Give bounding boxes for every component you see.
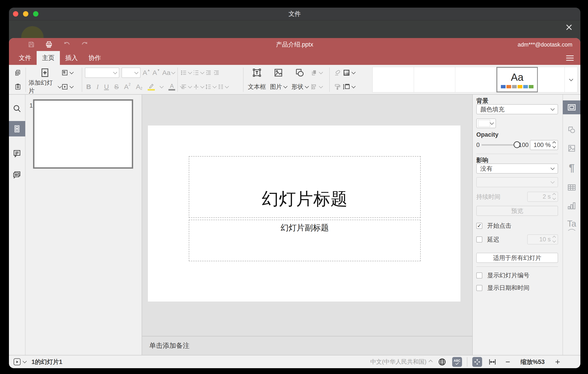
superscript-button[interactable]: A2: [124, 83, 130, 90]
line-spacing-button[interactable]: [205, 83, 212, 90]
slides-panel-button[interactable]: [9, 121, 25, 136]
theme-option-5[interactable]: [538, 67, 565, 92]
table-settings-button[interactable]: [567, 183, 576, 192]
maximize-window-button[interactable]: [33, 11, 38, 17]
color-scheme-button[interactable]: [343, 69, 350, 77]
spellcheck-button[interactable]: ABC: [452, 357, 462, 367]
add-slide-button[interactable]: [40, 67, 50, 78]
font-color-button[interactable]: A: [168, 83, 175, 91]
decrease-font-button[interactable]: A▼: [152, 69, 160, 76]
font-size-select[interactable]: [122, 67, 140, 78]
spin-up-icon[interactable]: [553, 141, 556, 145]
spin-down-icon[interactable]: [553, 144, 556, 148]
tab-insert[interactable]: 插入: [60, 51, 83, 65]
underline-button[interactable]: U: [104, 83, 109, 90]
fit-width-button[interactable]: [488, 358, 496, 366]
paragraph-settings-button[interactable]: ¶: [569, 162, 575, 174]
decrease-indent-button[interactable]: [205, 69, 212, 76]
search-button[interactable]: [12, 104, 21, 113]
chevron-down-icon[interactable]: [283, 84, 287, 88]
bold-button[interactable]: B: [86, 83, 91, 90]
notes-area[interactable]: 单击添加备注: [142, 336, 472, 355]
align-shape-button[interactable]: [311, 83, 318, 90]
comments-button[interactable]: [12, 149, 21, 158]
close-editor-button[interactable]: [564, 22, 574, 33]
theme-option-1[interactable]: [372, 67, 414, 92]
apply-to-all-button[interactable]: 适用于所有幻灯片: [476, 253, 558, 263]
strikethrough-button[interactable]: S: [114, 83, 119, 90]
chevron-down-icon[interactable]: [305, 84, 309, 88]
chevron-down-icon[interactable]: [70, 70, 74, 74]
language-selector[interactable]: 中文(中华人民共和国): [370, 358, 432, 366]
opacity-input[interactable]: 100 %: [530, 140, 558, 150]
show-date-checkbox[interactable]: [476, 285, 482, 291]
select-tool-button[interactable]: [334, 69, 341, 76]
vertical-align-button[interactable]: [193, 83, 200, 90]
chevron-down-icon[interactable]: [351, 70, 356, 74]
copy-button[interactable]: [14, 69, 21, 76]
chart-settings-button[interactable]: [567, 201, 576, 210]
image-settings-button[interactable]: [567, 144, 576, 153]
insert-shape-button[interactable]: [295, 67, 305, 78]
start-slideshow-button[interactable]: [61, 83, 68, 90]
font-name-select[interactable]: [85, 67, 119, 78]
start-on-click-checkbox[interactable]: ✓: [476, 223, 482, 229]
menu-button[interactable]: [566, 54, 574, 62]
slide-page[interactable]: 幻灯片标题 幻灯片副标题: [148, 125, 461, 302]
theme-gallery-expand-button[interactable]: [565, 67, 578, 92]
copy-style-button[interactable]: [334, 83, 341, 90]
close-window-button[interactable]: [13, 11, 18, 17]
italic-button[interactable]: I: [96, 83, 99, 90]
slide-size-button[interactable]: [343, 83, 350, 91]
chevron-down-icon[interactable]: [160, 84, 164, 88]
shape-settings-button[interactable]: [567, 125, 576, 134]
insert-image-button[interactable]: [273, 67, 284, 78]
start-slideshow-status-button[interactable]: [14, 358, 21, 365]
numbered-list-button[interactable]: [193, 69, 200, 76]
paste-button[interactable]: [14, 83, 21, 90]
chevron-down-icon[interactable]: [351, 84, 356, 88]
tab-file[interactable]: 文件: [13, 51, 37, 65]
chevron-down-icon[interactable]: [319, 84, 323, 88]
columns-button[interactable]: [217, 83, 224, 90]
tab-collaboration[interactable]: 协作: [83, 51, 106, 65]
slideshow-mode-dropdown[interactable]: [23, 360, 26, 363]
change-case-button[interactable]: Aa: [162, 69, 175, 76]
effect-option-select[interactable]: [476, 177, 558, 187]
textart-settings-button[interactable]: Ta: [567, 219, 576, 231]
chevron-down-icon[interactable]: [70, 84, 74, 88]
theme-option-3[interactable]: [455, 67, 497, 92]
minimize-window-button[interactable]: [23, 11, 28, 17]
bullet-list-button[interactable]: [180, 69, 187, 76]
zoom-out-button[interactable]: [505, 359, 511, 365]
fill-type-select[interactable]: 颜色填充: [476, 104, 558, 114]
insert-textbox-button[interactable]: [252, 67, 262, 78]
delay-input[interactable]: 10 s: [527, 234, 558, 244]
chevron-down-icon[interactable]: [319, 70, 323, 74]
increase-indent-button[interactable]: [213, 69, 220, 76]
fit-slide-button[interactable]: [472, 357, 482, 367]
subtitle-placeholder[interactable]: 幻灯片副标题: [189, 220, 421, 261]
slide-thumbnail-1[interactable]: [33, 99, 133, 169]
feedback-button[interactable]: [12, 170, 21, 179]
duration-input[interactable]: 2 s: [527, 192, 558, 202]
arrange-shape-button[interactable]: [311, 69, 318, 76]
increase-font-button[interactable]: A▲: [143, 69, 150, 76]
document-language-button[interactable]: [438, 358, 446, 366]
delay-checkbox[interactable]: [476, 236, 482, 242]
highlight-color-button[interactable]: [148, 83, 155, 91]
show-slide-number-checkbox[interactable]: [476, 273, 482, 278]
opacity-slider[interactable]: [482, 144, 517, 146]
zoom-in-button[interactable]: [555, 359, 561, 365]
theme-option-2[interactable]: [414, 67, 455, 92]
slide-settings-button[interactable]: [563, 100, 580, 114]
title-placeholder[interactable]: 幻灯片标题: [189, 156, 421, 218]
theme-option-selected[interactable]: Aa: [496, 67, 538, 92]
subscript-button[interactable]: A2: [136, 83, 142, 90]
opacity-slider-thumb[interactable]: [514, 141, 520, 148]
tab-home[interactable]: 主页: [37, 51, 60, 65]
slide-layout-button[interactable]: [61, 69, 68, 76]
fill-color-picker[interactable]: [476, 119, 496, 128]
preview-button[interactable]: 预览: [476, 206, 558, 216]
effect-select[interactable]: 没有: [476, 164, 558, 174]
